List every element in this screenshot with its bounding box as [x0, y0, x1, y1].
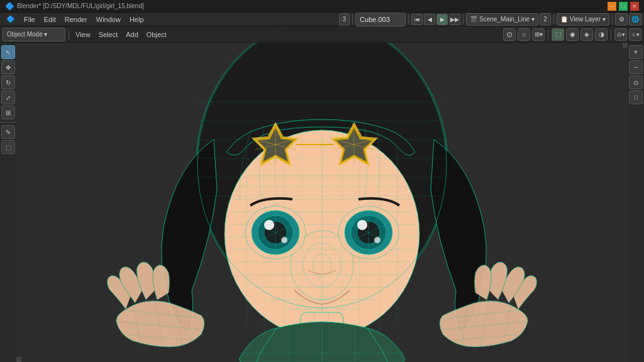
local-view-btn[interactable]: □ [629, 90, 643, 104]
annotate-tool-btn[interactable]: ✎ [1, 125, 15, 139]
menu-blender[interactable]: 🔷 [3, 14, 19, 25]
separator-1 [352, 14, 353, 25]
menu-help[interactable]: Help [126, 14, 148, 25]
rotate-tool-btn[interactable]: ↻ [1, 75, 15, 89]
proportional-edit-btn[interactable]: ○ [518, 28, 530, 41]
sep-vp-2 [548, 30, 548, 40]
solid-btn[interactable]: ◉ [566, 28, 579, 41]
cursor-tool-btn[interactable]: ↖ [1, 45, 15, 59]
left-toolbar: ↖ ✥ ↻ ⤢ ⊞ ✎ ⬚ [0, 43, 16, 362]
render-engine-badge[interactable]: 3 [339, 13, 350, 26]
scene-properties-btn[interactable]: 🌐 [629, 13, 641, 26]
corner-handle-tr[interactable] [623, 43, 628, 48]
titlebar: 🔷 Blender* [D:/SDY/MDL/FUL/girl/girl_15.… [0, 0, 644, 13]
menu-file[interactable]: File [20, 14, 39, 25]
move-tool-btn[interactable]: ✥ [1, 60, 15, 74]
gizmo-btn[interactable]: ⊹▾ [629, 28, 641, 41]
chevron-icon-2: ▾ [602, 16, 606, 23]
scene-background [0, 26, 644, 362]
maximize-button[interactable]: □ [619, 2, 628, 11]
tool-divider [0, 122, 16, 123]
play-skip-start[interactable]: ⏮ [411, 14, 423, 25]
menu-edit[interactable]: Edit [40, 14, 60, 25]
object-name-text: Cube.003 [360, 16, 390, 23]
mode-label: Object Mode [7, 31, 43, 38]
play-prev-frame[interactable]: ◀ [424, 14, 435, 25]
corner-handle-bl[interactable] [16, 357, 21, 362]
titlebar-title: 🔷 Blender* [D:/SDY/MDL/FUL/girl/girl_15.… [5, 2, 144, 11]
right-toolbar: + − ⊙ □ [628, 43, 644, 362]
viewport-select-menu[interactable]: Select [96, 30, 121, 40]
zoom-in-btn[interactable]: + [629, 45, 643, 59]
play-button[interactable]: ▶ [436, 14, 448, 25]
separator-3 [463, 14, 464, 25]
layer-icon: 📋 [560, 16, 568, 23]
sep-vp-3 [611, 30, 611, 40]
object-name-field[interactable]: Cube.003 [355, 13, 406, 26]
sep-vp-1 [69, 30, 69, 40]
zoom-out-btn[interactable]: − [629, 60, 643, 74]
scene-icon: 🎬 [470, 16, 477, 23]
mode-dropdown[interactable]: Object Mode ▾ [3, 28, 65, 41]
play-next-frame[interactable]: ▶▶ [449, 14, 460, 25]
material-btn[interactable]: ◈ [580, 28, 593, 41]
main-area: Object Mode ▾ View Select Add Object ⊙ ○… [0, 26, 644, 362]
viewport-header: Object Mode ▾ View Select Add Object ⊙ ○… [0, 26, 644, 43]
chevron-icon: ▾ [531, 16, 535, 23]
viewport-view-menu[interactable]: View [72, 30, 94, 40]
chevron-mode-icon: ▾ [44, 31, 47, 38]
view-layer-dropdown[interactable]: 📋 View Layer ▾ [557, 13, 609, 26]
snap-btn[interactable]: ⊙ [503, 28, 516, 41]
layer-badge[interactable]: 2 [540, 13, 551, 26]
scale-tool-btn[interactable]: ⤢ [1, 90, 15, 104]
app-container: 🔷 Blender* [D:/SDY/MDL/FUL/girl/girl_15.… [0, 0, 644, 362]
menubar: 🔷 File Edit Render Window Help 3 Cube.00… [0, 13, 644, 26]
menu-render[interactable]: Render [61, 14, 91, 25]
menu-window[interactable]: Window [92, 14, 125, 25]
fit-view-btn[interactable]: ⊙ [629, 75, 643, 89]
separator-2 [408, 14, 409, 25]
window-controls: ─ □ ✕ [608, 2, 639, 11]
viewport-add-menu[interactable]: Add [123, 30, 142, 40]
minimize-button[interactable]: ─ [608, 2, 616, 11]
topbars: 🔷 File Edit Render Window Help 3 Cube.00… [0, 13, 644, 26]
viewport-object-menu[interactable]: Object [143, 30, 170, 40]
overlay-btn[interactable]: ⊙▾ [614, 28, 627, 41]
close-button[interactable]: ✕ [630, 2, 639, 11]
measure-tool-btn[interactable]: ⬚ [1, 140, 15, 154]
snap-dropdown-btn[interactable]: ⊞▾ [532, 28, 545, 41]
transform-tool-btn[interactable]: ⊞ [1, 106, 15, 119]
viewport-settings-btn[interactable]: ⚙ [615, 13, 628, 26]
rendered-btn[interactable]: ◑ [595, 28, 608, 41]
separator-5 [612, 14, 613, 25]
app-icon: 🔷 [5, 2, 14, 11]
wireframe-btn[interactable]: ⬚ [552, 28, 564, 41]
scene-dropdown[interactable]: 🎬 Scene_Main_Line ▾ [466, 13, 538, 26]
separator-4 [553, 14, 554, 25]
